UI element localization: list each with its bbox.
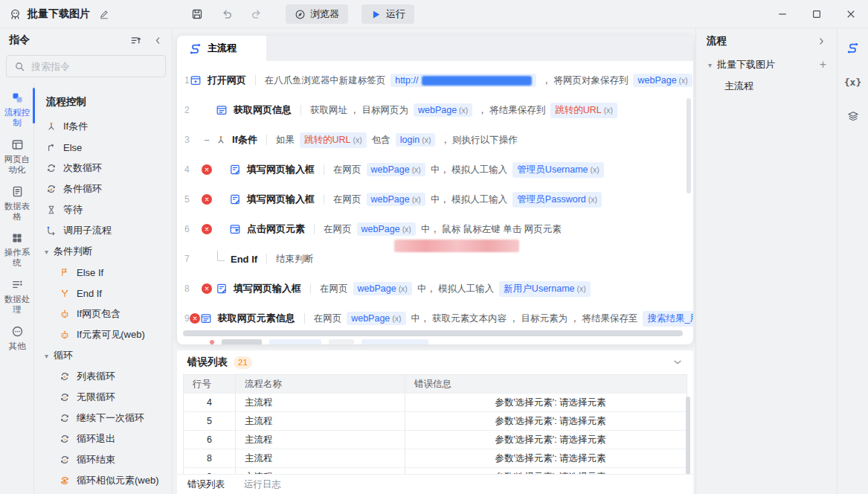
command-item[interactable]: 等待 (34, 199, 172, 220)
rail-item-flow-control[interactable]: 流程控制 (0, 86, 34, 133)
step-title: 获取网页元素信息 (218, 312, 295, 325)
add-flow-button[interactable]: + (820, 59, 826, 71)
collapse-flows-icon[interactable] (817, 36, 826, 46)
variable-chip[interactable]: webPage(x) (353, 282, 412, 295)
command-item[interactable]: Else (34, 137, 172, 158)
rail-item-other[interactable]: 其他 (0, 320, 34, 360)
collapse-panel-icon[interactable] (152, 34, 164, 47)
error-dot-icon (202, 164, 212, 175)
step-title: 获取网页信息 (234, 103, 292, 117)
description-text: 中， 模拟人工输入 (431, 164, 507, 176)
command-item[interactable]: End If (34, 283, 172, 304)
description-text: 包含 (372, 134, 390, 147)
bottom-tab-run-log[interactable]: 运行日志 (244, 478, 281, 491)
rail-item-os[interactable]: 操作系统 (0, 227, 34, 273)
variable-chip[interactable]: 管理员Password(x) (512, 192, 602, 208)
subflow-icon (46, 225, 57, 236)
error-row[interactable]: 5主流程参数'选择元素': 请选择元素 (184, 411, 687, 430)
error-list-title: 错误列表 (187, 356, 228, 369)
error-row[interactable]: 6主流程参数'选择元素': 请选择元素 (184, 430, 687, 449)
variable-chip[interactable]: 跳转的URL(x) (300, 132, 367, 148)
command-item[interactable]: If元素可见(web) (34, 324, 172, 345)
command-section-toggle[interactable]: ▾条件判断 (34, 241, 172, 262)
error-message: 参数'选择元素': 请选择元素 (405, 452, 687, 465)
step-title: End If (231, 254, 257, 265)
step-row[interactable]: 9获取网页元素信息在网页webPage(x)中， 获取元素文本内容 ， 目标元素… (177, 304, 687, 333)
variable-chip[interactable]: webPage(x) (367, 163, 425, 176)
sort-icon[interactable] (129, 33, 143, 48)
expand-triangle-icon[interactable]: ▾ (708, 61, 712, 69)
commands-panel: 指令 流程控制网页自动化数据表格操作系统数据处理其他 流程控制 If条件Else… (0, 28, 173, 494)
variable-chip[interactable]: webPage(x) (414, 103, 472, 117)
error-table-scrollbar[interactable] (686, 397, 690, 477)
step-row[interactable]: 5填写网页输入框在网页webPage(x)中， 模拟人工输入管理员Passwor… (177, 185, 687, 214)
rail-item-data-table[interactable]: 数据表格 (0, 180, 34, 227)
flow-icon (189, 42, 202, 55)
step-row[interactable]: 8填写网页输入框在网页webPage(x)中， 模拟人工输入新用户Usernam… (177, 274, 687, 304)
variable-chip[interactable]: webPage(x) (367, 193, 425, 206)
browser-button[interactable]: 浏览器 (286, 4, 348, 24)
description-text: 中， 获取元素文本内容 ， 目标元素为 ， 将结果保存至 (411, 312, 638, 325)
variable-chip[interactable]: webPage(x) (347, 312, 405, 325)
variables-tab-icon[interactable]: {x} (844, 77, 861, 88)
maximize-button[interactable] (810, 7, 823, 21)
run-button[interactable]: 运行 (361, 4, 414, 24)
rail-item-web-automation[interactable]: 网页自动化 (0, 133, 34, 180)
command-item[interactable]: ▣循环相似元素(web) (34, 470, 172, 491)
command-item[interactable]: Else If (34, 262, 172, 283)
description-text: 在网页 (320, 283, 348, 295)
flow-child-main[interactable]: 主流程 (696, 76, 837, 97)
command-item[interactable]: 调用子流程 (34, 220, 172, 241)
description-text: 如果 (276, 134, 295, 147)
web-automation-icon (11, 138, 24, 151)
tabstrip-empty (266, 36, 693, 61)
command-item[interactable]: If网页包含 (34, 304, 172, 324)
minimize-button[interactable] (776, 7, 789, 21)
command-item[interactable]: 次数循环 (34, 158, 172, 179)
horizontal-scrollbar[interactable] (183, 330, 683, 336)
url-chip-redacted[interactable]: http:// (390, 74, 536, 87)
close-button[interactable] (844, 7, 858, 21)
command-item[interactable]: If条件 (34, 116, 172, 137)
variable-chip[interactable]: 搜索结果_用户名(x) (643, 311, 693, 327)
step-title: 填写网页输入框 (247, 193, 315, 206)
command-item[interactable]: ▲条件循环 (34, 179, 172, 199)
variable-chip[interactable]: 新用户Username(x) (499, 281, 590, 297)
variable-chip[interactable]: webPage(x) (633, 74, 692, 87)
save-button[interactable] (186, 4, 208, 24)
step-number: 3 (184, 135, 198, 145)
error-row[interactable]: 8主流程参数'选择元素': 请选择元素 (184, 449, 687, 467)
vertical-scrollbar[interactable] (687, 98, 691, 193)
collapse-errors-icon[interactable] (672, 357, 683, 368)
command-item[interactable]: →继续下一次循环 (34, 408, 172, 429)
undo-button[interactable] (216, 4, 238, 24)
command-item[interactable]: ↘循环退出 (34, 429, 172, 449)
variable-chip[interactable]: 跳转的URL(x) (550, 103, 617, 118)
redo-button[interactable] (245, 4, 268, 24)
step-row[interactable]: 3−If条件如果跳转的URL(x)包含login(x)， 则执行以下操作 (177, 125, 687, 155)
command-section-toggle[interactable]: ▾循环 (34, 345, 172, 366)
variable-chip[interactable]: login(x) (396, 133, 436, 147)
error-column-header: 流程名称 (236, 375, 405, 393)
flows-tab-icon[interactable] (846, 42, 859, 54)
bottom-tab-error-list[interactable]: 错误列表 (187, 478, 225, 491)
step-row[interactable]: 4填写网页输入框在网页webPage(x)中， 模拟人工输入管理员Usernam… (177, 155, 687, 185)
variable-chip[interactable]: webPage(x) (357, 222, 416, 236)
search-input[interactable] (31, 61, 143, 72)
error-count-badge: 21 (234, 356, 252, 369)
tab-main-flow[interactable]: 主流程 (177, 36, 266, 61)
step-row[interactable]: 1打开网页在八爪鱼浏览器中新建标签页http://， 将网页对象保存到webPa… (177, 65, 687, 95)
command-item[interactable]: x循环结束 (34, 449, 172, 470)
rail-item-data-process[interactable]: 数据处理 (0, 273, 34, 320)
command-item[interactable]: ≡列表循环 (34, 366, 172, 387)
error-dot-icon (202, 194, 212, 205)
flow-group-row[interactable]: ▾ 批量下载图片 + (696, 54, 837, 76)
collapse-step-button[interactable]: − (204, 135, 210, 146)
command-search-box[interactable] (6, 55, 166, 77)
edit-title-button[interactable] (96, 4, 112, 24)
variable-chip[interactable]: 管理员Username(x) (512, 162, 603, 178)
error-row[interactable]: 4主流程参数'选择元素': 请选择元素 (184, 393, 687, 411)
layers-tab-icon[interactable] (847, 110, 859, 122)
step-row[interactable]: 2获取网页信息获取网址 ， 目标网页为webPage(x)， 将结果保存到跳转的… (177, 95, 687, 125)
command-item[interactable]: ∞无限循环 (34, 387, 172, 408)
